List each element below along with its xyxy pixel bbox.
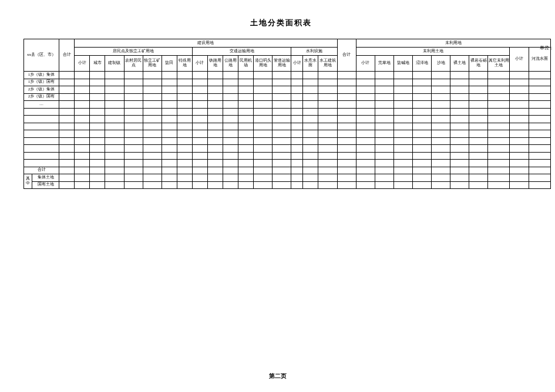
col-region: xx县（区、市） (24, 39, 59, 72)
col-heji-1: 合计 (59, 39, 75, 72)
header-row-2: 居民点及独立工矿用地 交通运输用地 水利设施 未利用土地 小计 河流水面 (24, 48, 551, 56)
col-highway: 公路用地 (223, 56, 238, 72)
col-railway: 铁路用地 (207, 56, 223, 72)
table-row (24, 145, 551, 153)
page-title: 土地分类面积表 (12, 18, 550, 28)
table-row-collective: 其中 集体土地 (24, 174, 551, 182)
row-label: 1乡（镇）集体 (24, 72, 59, 79)
table-row: 2乡（镇）集体 (24, 86, 551, 94)
row-label: 2乡（镇）国有 (24, 93, 59, 101)
table-row (24, 160, 551, 167)
table-row (24, 108, 551, 116)
header-row-3: 小计 城市 建制镇 农村居民点 独立工矿用地 盐田 特殊用地 小计 铁路用地 公… (24, 56, 551, 72)
col-saline: 盐碱地 (393, 56, 412, 72)
page-footer: 第二页 (0, 372, 555, 380)
col-sand: 沙地 (432, 56, 450, 72)
col-bare-land: 裸土地 (450, 56, 469, 72)
col-town: 建制镇 (105, 56, 124, 72)
col-other-unused: 其它未利用土地 (488, 56, 510, 72)
col-group-unused: 未利用地 (356, 39, 550, 48)
col-xiaoji-settlement: 小计 (75, 56, 90, 72)
col-salt: 盐田 (162, 56, 177, 72)
col-xiaoji-unused2: 小计 (510, 48, 529, 72)
row-label-heji: 合计 (24, 167, 59, 174)
col-reservoir: 水库水面 (303, 56, 318, 72)
col-sub-traffic: 交通运输用地 (192, 48, 291, 56)
col-marsh: 沼泽地 (412, 56, 431, 72)
row-label-state: 国有土地 (32, 181, 59, 189)
table-row (24, 152, 551, 160)
col-rural: 农村居民点 (124, 56, 143, 72)
row-label: … (24, 101, 59, 109)
document-page: 土地分类面积表 单位： (0, 0, 555, 392)
row-label: 2乡（镇）集体 (24, 86, 59, 94)
col-special: 特殊用地 (177, 56, 192, 72)
col-airport: 民用机场 (238, 56, 254, 72)
col-city: 城市 (90, 56, 105, 72)
row-label-collective: 集体土地 (32, 174, 59, 182)
table-row: 1乡（镇）集体 (24, 72, 551, 79)
col-pipeline: 管道运输用地 (273, 56, 291, 72)
col-group-construction: 建设用地 (75, 39, 337, 48)
col-sub-unused-land: 未利用土地 (356, 48, 510, 56)
table-row (24, 130, 551, 138)
table-row (24, 123, 551, 130)
land-area-table: xx县（区、市） 合计 建设用地 合计 未利用地 居民点及独立工矿用地 交通运输… (23, 39, 551, 189)
table-row: … (24, 101, 551, 109)
col-xiaoji-traffic: 小计 (192, 56, 207, 72)
col-xiaoji-unused: 小计 (356, 56, 375, 72)
col-heji-2: 合计 (337, 39, 356, 72)
col-hydraulic: 水工建筑用地 (318, 56, 337, 72)
header-row-1: xx县（区、市） 合计 建设用地 合计 未利用地 (24, 39, 551, 48)
unit-label: 单位： (540, 45, 554, 51)
col-sub-settlement: 居民点及独立工矿用地 (75, 48, 193, 56)
col-sub-water: 水利设施 (291, 48, 337, 56)
table-row (24, 137, 551, 145)
col-mining: 独立工矿用地 (143, 56, 162, 72)
col-barren: 荒草地 (375, 56, 393, 72)
row-label-qizhong: 其中 (24, 174, 32, 189)
table-row-state: 国有土地 (24, 181, 551, 189)
table-row (24, 116, 551, 123)
col-bare-rock: 裸岩石砾地 (469, 56, 488, 72)
table-row-heji: 合计 (24, 167, 551, 174)
row-label: 1乡（镇）国有 (24, 79, 59, 86)
col-port: 港口码头用地 (254, 56, 273, 72)
table-row: 2乡（镇）国有 (24, 93, 551, 101)
table-row: 1乡（镇）国有 (24, 79, 551, 86)
col-xiaoji-water: 小计 (291, 56, 303, 72)
